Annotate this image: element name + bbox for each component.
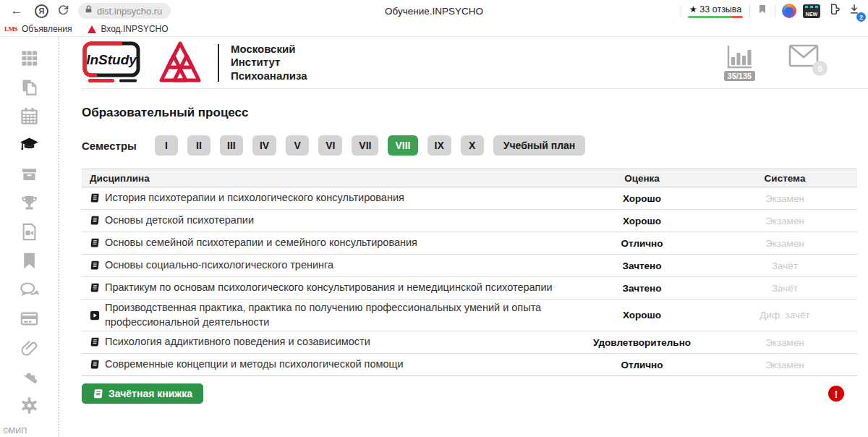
- disciplines-table-body: История психотерапии и психологического …: [82, 187, 857, 376]
- mail-button[interactable]: 0: [788, 44, 819, 70]
- semester-tab-iii[interactable]: III: [220, 135, 243, 156]
- column-header-system: Система: [712, 173, 857, 184]
- messages-icon[interactable]: [20, 280, 39, 300]
- grade-value: Хорошо: [571, 216, 712, 226]
- divider: [681, 5, 681, 17]
- extension-browser-icon[interactable]: [782, 4, 796, 18]
- education-icon[interactable]: [20, 135, 39, 155]
- copyright-label: ©МИП: [3, 426, 27, 435]
- downloads-icon[interactable]: 2: [848, 3, 861, 19]
- semester-tab-iv[interactable]: IV: [252, 135, 276, 156]
- book-icon: [90, 337, 100, 347]
- semester-tab-ii[interactable]: II: [187, 135, 210, 156]
- semester-tab-vii[interactable]: VII: [352, 135, 378, 156]
- documents-icon[interactable]: [20, 77, 39, 97]
- site-reviews-button[interactable]: ★ 33 отзыва: [688, 4, 743, 18]
- extension-glove-icon[interactable]: [827, 2, 841, 20]
- bookmarks-icon[interactable]: [20, 251, 39, 271]
- table-row[interactable]: Производственная практика, практика по п…: [82, 300, 857, 331]
- table-row[interactable]: Основы социально-психологического тренин…: [82, 255, 857, 277]
- table-row[interactable]: Основы детской психотерапии Хорошо Экзам…: [82, 210, 857, 232]
- disciplines-table: Дисциплина Оценка Система История психот…: [82, 169, 857, 376]
- bookmarks-bar: LMS Объявления Вход.INPSYCHO: [0, 22, 868, 37]
- bookmark-flag-icon[interactable]: [757, 3, 768, 19]
- table-row[interactable]: История психотерапии и психологического …: [82, 187, 857, 210]
- progress-stats-button[interactable]: 35/135: [724, 44, 756, 81]
- bookmark-item-announcements[interactable]: LMS Объявления: [4, 24, 72, 34]
- grading-system: Экзамен: [712, 238, 857, 249]
- achievements-icon[interactable]: [20, 193, 39, 213]
- lms-logo-icon: LMS: [4, 25, 17, 33]
- url-text: dist.inpsycho.ru: [97, 6, 162, 17]
- book-icon: [90, 360, 100, 370]
- back-icon[interactable]: ←: [7, 4, 26, 18]
- mail-count-badge: 0: [812, 61, 827, 76]
- new-badge-label: NEW: [806, 11, 817, 18]
- lock-icon: [84, 4, 93, 17]
- book-icon: [90, 238, 100, 248]
- grade-value: Зачтено: [571, 283, 712, 294]
- semester-tab-vi[interactable]: VI: [318, 135, 342, 156]
- calendar-icon[interactable]: [20, 106, 39, 126]
- discipline-name: История психотерапии и психологического …: [105, 191, 404, 205]
- grade-value: Зачтено: [571, 260, 712, 271]
- sidebar: ©МИП: [0, 37, 59, 436]
- browser-toolbar: ← Я dist.inpsycho.ru Обучение.INPSYCHO ★…: [0, 0, 868, 22]
- payments-icon[interactable]: [20, 309, 39, 328]
- extensions-icon[interactable]: [20, 367, 39, 386]
- table-row[interactable]: Психология аддиктивного поведения и соза…: [82, 331, 857, 354]
- column-header-discipline: Дисциплина: [82, 173, 571, 184]
- divider: [749, 5, 750, 17]
- column-header-grade: Оценка: [571, 173, 712, 184]
- grading-system: Зачёт: [712, 260, 857, 271]
- svg-text:InStudy: InStudy: [86, 52, 137, 67]
- alert-notification-icon[interactable]: !: [828, 386, 844, 402]
- logo-divider: [218, 44, 219, 82]
- semester-tab-i[interactable]: I: [155, 135, 178, 156]
- grading-system: Экзамен: [712, 193, 857, 204]
- archive-icon[interactable]: [20, 164, 39, 184]
- semester-tab-ix[interactable]: IX: [427, 135, 451, 156]
- downloads-badge: 2: [856, 12, 866, 22]
- progress-badge: 35/135: [724, 71, 756, 81]
- yandex-browser-icon[interactable]: Я: [35, 4, 48, 18]
- instudy-logo[interactable]: InStudy: [82, 41, 142, 85]
- grade-value: Отлично: [571, 238, 712, 249]
- semester-tab-x[interactable]: X: [461, 135, 484, 156]
- gradebook-button[interactable]: Зачётная книжка: [82, 383, 203, 404]
- institute-triangles-logo[interactable]: [154, 41, 206, 85]
- study-plan-button[interactable]: Учебный план: [493, 135, 586, 156]
- bar-chart-icon: [725, 44, 754, 70]
- discipline-name: Производственная практика, практика по п…: [105, 301, 571, 329]
- bookmark-item-login[interactable]: Вход.INPSYCHO: [88, 24, 168, 34]
- table-row[interactable]: Практикум по основам психологического ко…: [82, 277, 857, 300]
- grade-value: Отлично: [571, 360, 712, 370]
- institute-triangle-icon: [88, 25, 96, 33]
- semester-tabs: Семестры IIIIIIIVVVIVIIVIIIIXXУчебный пл…: [82, 135, 857, 156]
- institute-name: Московский Институт Психоанализа: [231, 43, 307, 82]
- semesters-label: Семестры: [82, 140, 137, 152]
- discipline-name: Современные концепции и методы психологи…: [105, 357, 404, 372]
- reviews-label: ★ 33 отзыва: [689, 4, 742, 14]
- grading-system: Диф. зачёт: [712, 310, 857, 321]
- semester-tab-v[interactable]: V: [286, 135, 309, 156]
- discipline-name: Основы детской психотерапии: [105, 213, 254, 228]
- video-materials-icon[interactable]: [20, 222, 39, 242]
- apps-grid-icon[interactable]: [20, 48, 39, 68]
- book-icon: [90, 260, 100, 271]
- table-header-row: Дисциплина Оценка Система: [82, 169, 857, 187]
- address-bar[interactable]: dist.inpsycho.ru: [78, 3, 171, 19]
- refresh-icon[interactable]: [57, 4, 69, 19]
- attachments-icon[interactable]: [20, 338, 39, 357]
- semester-tab-viii[interactable]: VIII: [388, 135, 417, 156]
- grade-value: Хорошо: [571, 193, 712, 204]
- play-icon: [90, 310, 100, 321]
- bookmark-label: Объявления: [22, 24, 72, 34]
- extension-new-icon[interactable]: NEW: [803, 4, 820, 18]
- table-row[interactable]: Основы семейной психотерапии и семейного…: [82, 232, 857, 255]
- discipline-name: Практикум по основам психологического ко…: [105, 281, 553, 295]
- table-row[interactable]: Современные концепции и методы психологи…: [82, 354, 857, 376]
- gradebook-button-label: Зачётная книжка: [109, 388, 192, 399]
- settings-icon[interactable]: [20, 396, 39, 415]
- book-icon: [90, 283, 100, 293]
